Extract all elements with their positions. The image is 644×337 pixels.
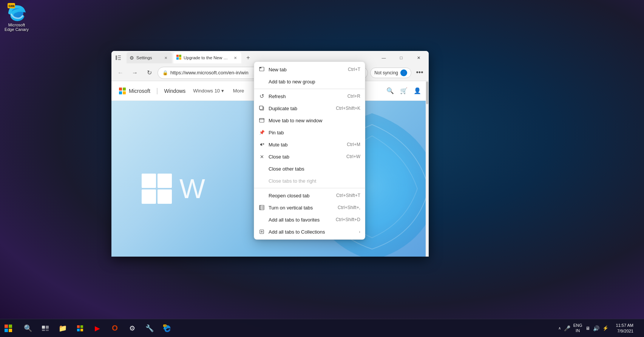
svg-rect-9 — [176, 57, 179, 60]
tray-chevron[interactable]: ∧ — [558, 326, 561, 330]
svg-rect-30 — [9, 325, 12, 328]
close-tab-shortcut: Ctrl+W — [346, 154, 360, 159]
move-window-label: Move tab to new window — [269, 118, 360, 123]
windows-tab-close[interactable]: ✕ — [232, 55, 238, 61]
menu-item-pin[interactable]: 📌 Pin tab — [254, 126, 365, 138]
taskbar-ms-store[interactable] — [72, 320, 88, 337]
add-favorites-shortcut: Ctrl+Shift+D — [336, 217, 360, 222]
add-collections-icon — [259, 229, 265, 235]
svg-text:CAN: CAN — [8, 5, 14, 7]
menu-item-add-collections[interactable]: Add all tabs to Collections › — [254, 226, 365, 238]
svg-rect-3 — [116, 55, 117, 60]
edge-canary-desktop-icon[interactable]: CAN Microsoft Edge Canary — [3, 3, 30, 32]
tab-windows[interactable]: Upgrade to the New Windows 1 ✕ — [173, 52, 241, 63]
menu-item-new-tab[interactable]: New tab Ctrl+T — [254, 63, 365, 75]
more-button[interactable]: ••• — [414, 67, 426, 79]
svg-rect-18 — [259, 118, 264, 120]
refresh-shortcut: Ctrl+R — [347, 94, 360, 99]
win-logo-area: W — [142, 173, 205, 204]
taskbar-youtube[interactable]: ▶ — [89, 320, 106, 337]
close-tab-icon: ✕ — [259, 154, 265, 160]
back-button[interactable]: ← — [114, 67, 127, 79]
user-icon[interactable]: 👤 — [414, 87, 421, 94]
add-group-label: Add tab to new group — [269, 79, 360, 85]
refresh-button[interactable]: ↻ — [143, 67, 155, 79]
tray-volume[interactable]: 🔊 — [593, 325, 599, 331]
taskbar-clock[interactable]: 11:57 AM 7/9/2021 — [613, 321, 636, 335]
new-tab-icon — [259, 66, 265, 72]
nav-windows10[interactable]: Windows 10 ▾ — [193, 88, 224, 94]
tab-settings[interactable]: ⚙ Settings ✕ — [127, 52, 172, 63]
mute-icon — [259, 142, 265, 148]
menu-item-close-tab[interactable]: ✕ Close tab Ctrl+W — [254, 151, 365, 163]
reopen-shortcut: Ctrl+Shift+T — [336, 193, 360, 198]
ms-logo: Microsoft — [119, 88, 150, 94]
menu-item-add-group[interactable]: Add tab to new group — [254, 75, 365, 88]
window-controls: — □ ✕ — [375, 51, 427, 65]
browser-scrollbar[interactable] — [426, 81, 429, 257]
settings-tab-close[interactable]: ✕ — [163, 55, 169, 61]
scrollbar-thumb[interactable] — [426, 82, 428, 104]
collections-arrow: › — [359, 229, 360, 234]
new-tab-button[interactable]: + — [243, 52, 253, 63]
menu-item-add-favorites[interactable]: Add all tabs to favorites Ctrl+Shift+D — [254, 214, 365, 226]
svg-rect-7 — [176, 55, 179, 57]
cart-icon[interactable]: 🛒 — [400, 87, 408, 94]
menu-item-move-window[interactable]: Move tab to new window — [254, 114, 365, 126]
taskbar-search[interactable]: 🔍 — [20, 320, 36, 337]
menu-item-reopen[interactable]: Reopen closed tab Ctrl+Shift+T — [254, 189, 365, 202]
svg-rect-35 — [42, 329, 45, 331]
taskbar-explorer[interactable]: 📁 — [54, 320, 71, 337]
minimize-button[interactable]: — — [375, 51, 392, 65]
svg-rect-6 — [118, 59, 121, 60]
sidebar-toggle-button[interactable] — [113, 52, 124, 63]
tray-network[interactable]: ENG IN — [573, 323, 582, 333]
tray-battery[interactable]: ⚡ — [602, 325, 608, 331]
duplicate-shortcut: Ctrl+Shift+K — [336, 106, 360, 111]
svg-rect-33 — [42, 326, 45, 329]
taskbar-edge-canary[interactable]: CAN — [159, 320, 175, 337]
start-button[interactable] — [0, 320, 17, 337]
menu-item-refresh[interactable]: ↺ Refresh Ctrl+R — [254, 90, 365, 102]
reopen-label: Reopen closed tab — [269, 193, 332, 199]
search-icon[interactable]: 🔍 — [386, 87, 394, 94]
taskbar-settings[interactable]: ⚙ — [124, 320, 141, 337]
nav-more[interactable]: More — [233, 88, 244, 94]
refresh-icon: ↺ — [259, 93, 265, 99]
taskbar-wintools[interactable]: 🔧 — [141, 320, 158, 337]
taskbar-task-view[interactable] — [37, 320, 54, 337]
svg-rect-40 — [80, 329, 83, 331]
tray-display[interactable]: 🖥 — [585, 326, 590, 331]
svg-rect-34 — [46, 326, 49, 329]
menu-item-mute[interactable]: Mute tab Ctrl+M — [254, 138, 365, 151]
windows-tab-title: Upgrade to the New Windows 1 — [184, 55, 230, 60]
maximize-button[interactable]: □ — [392, 51, 410, 65]
forward-button[interactable]: → — [129, 67, 141, 79]
svg-rect-37 — [77, 325, 80, 328]
svg-rect-31 — [5, 329, 8, 332]
show-desktop-button[interactable] — [638, 319, 641, 337]
add-collections-label: Add all tabs to Collections — [269, 229, 355, 235]
menu-item-vertical[interactable]: Turn on vertical tabs Ctrl+Shift+, — [254, 202, 365, 214]
taskbar: 🔍 📁 ▶ O ⚙ 🔧 — [0, 319, 644, 337]
tray-mic[interactable]: 🎤 — [564, 325, 570, 331]
sidebar-controls — [113, 52, 124, 63]
close-button[interactable]: ✕ — [410, 51, 427, 65]
taskbar-office[interactable]: O — [107, 320, 123, 337]
add-favorites-icon — [259, 217, 265, 223]
taskbar-right: ∧ 🎤 ENG IN 🖥 🔊 ⚡ 11:57 AM 7/9/2021 — [555, 319, 644, 337]
menu-item-close-others[interactable]: Close other tabs — [254, 163, 365, 175]
edge-canary-icon: CAN — [8, 3, 26, 21]
svg-rect-38 — [80, 325, 83, 328]
sync-button[interactable]: Not syncing 👤 — [370, 68, 411, 78]
close-tab-label: Close tab — [269, 154, 343, 160]
clock-time: 11:57 AM — [616, 323, 633, 328]
menu-item-duplicate[interactable]: Duplicate tab Ctrl+Shift+K — [254, 102, 365, 114]
vertical-shortcut: Ctrl+Shift+, — [338, 205, 360, 210]
sync-avatar: 👤 — [400, 69, 407, 76]
svg-rect-39 — [77, 329, 80, 331]
win11-logo — [142, 174, 172, 204]
close-others-icon — [259, 166, 265, 172]
pin-label: Pin tab — [269, 130, 360, 135]
add-favorites-label: Add all tabs to favorites — [269, 217, 332, 223]
